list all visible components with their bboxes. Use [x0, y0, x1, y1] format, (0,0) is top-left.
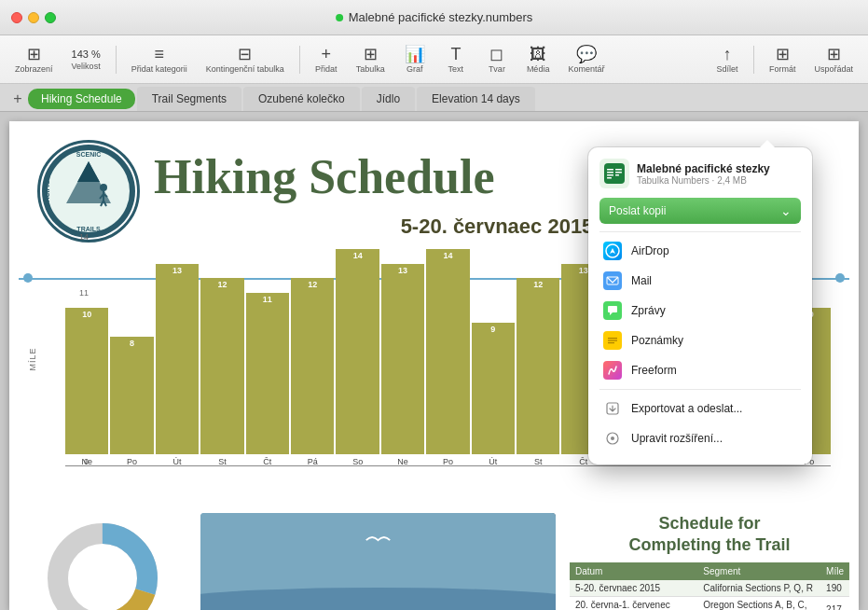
- bar-label-5: Pá: [308, 457, 318, 466]
- schedule-row-0: 5-20. červnaec 2015California Sections P…: [570, 580, 849, 597]
- sheet-tabs: + Hiking Schedule Trail Segments Ozubené…: [0, 84, 868, 112]
- bar-value-6: 14: [353, 249, 363, 260]
- share-icon: ↑: [723, 46, 731, 62]
- bar-value-11: 13: [579, 264, 588, 275]
- bar-label-9: Út: [489, 457, 497, 466]
- schedule-cell-segment-0: California Sections P, Q, R: [697, 580, 820, 597]
- chart-bar-8: 14Po: [426, 233, 469, 466]
- bar-label-8: Po: [443, 457, 453, 466]
- titlebar: Malebné pacifické stezky.numbers: [0, 0, 868, 35]
- toolbar-divider-1: [116, 46, 117, 74]
- table-icon: ⊞: [364, 46, 378, 62]
- send-copy-button[interactable]: Poslat kopii ⌄: [599, 198, 801, 224]
- airdrop-icon: [603, 242, 622, 260]
- numbers-icon: [604, 163, 625, 184]
- bar-label-0: Ne: [81, 457, 92, 466]
- text-icon: T: [450, 46, 461, 62]
- toolbar-add-category[interactable]: ≡ Přidat kategorii: [124, 42, 195, 77]
- popover-divider-2: [599, 389, 801, 390]
- logo-circle: SCENIC TRAILS PACIFIC: [37, 140, 140, 243]
- toolbar-chart[interactable]: 📊 Graf: [396, 42, 434, 77]
- close-button[interactable]: [11, 12, 22, 23]
- svg-rect-38: [615, 174, 619, 176]
- toolbar-size[interactable]: 143 % Velikost: [64, 45, 108, 75]
- toolbar-add[interactable]: + Přidat: [308, 42, 345, 77]
- minimize-button[interactable]: [28, 12, 39, 23]
- share-item-export[interactable]: Exportovat a odeslat...: [599, 394, 801, 423]
- col-mile: Míle: [820, 562, 849, 580]
- chart-bar-9: 9Út: [472, 233, 515, 466]
- mail-icon: [603, 271, 622, 290]
- col-segment: Segment: [697, 562, 820, 580]
- share-item-messages[interactable]: Zprávy: [599, 296, 801, 326]
- window-title: Malebné pacifické stezky.numbers: [349, 10, 533, 24]
- toolbar-table[interactable]: ⊞ Tabulka: [349, 42, 393, 77]
- format-icon: ⊞: [776, 46, 790, 62]
- schedule-section: Schedule for Completing the Trail Datum …: [560, 508, 859, 610]
- tab-elevation[interactable]: Elevation 14 days: [417, 87, 535, 111]
- logo-area: SCENIC TRAILS PACIFIC: [37, 140, 140, 243]
- share-item-manage[interactable]: Upravit rozšíření...: [599, 423, 801, 453]
- toolbar-arrange[interactable]: ⊞ Uspořádat: [806, 42, 861, 77]
- toolbar-view-controls: ⊞ Zobrazení 143 % Velikost: [7, 42, 108, 77]
- svg-rect-44: [608, 338, 617, 339]
- photo-svg: [200, 513, 556, 610]
- bar-value-8: 14: [443, 249, 452, 260]
- svg-rect-33: [607, 172, 613, 173]
- window-controls[interactable]: [11, 12, 56, 23]
- bar-label-7: Ne: [397, 457, 408, 466]
- sheet-title: Hiking Schedule: [154, 149, 495, 204]
- toolbar-pivot[interactable]: ⊟ Kontingenční tabulka: [199, 42, 292, 77]
- popover-file-info: Malebné pacifické stezky Tabulka Numbers…: [637, 162, 770, 186]
- view-icon: ⊞: [27, 46, 41, 62]
- add-sheet-button[interactable]: +: [7, 89, 28, 109]
- tab-trail-segments[interactable]: Trail Segments: [137, 87, 241, 111]
- chart-bar-1: 8Po: [110, 233, 153, 466]
- dropdown-arrow-icon: ⌄: [780, 203, 792, 218]
- svg-text:PACIFIC: PACIFIC: [44, 180, 50, 205]
- chart-bar-3: 12St: [200, 233, 243, 466]
- tab-ozubene[interactable]: Ozubené kolečko: [243, 87, 360, 111]
- toolbar-media[interactable]: 🖼 Média: [519, 42, 558, 77]
- bar-label-11: Čt: [579, 457, 587, 466]
- pivot-icon: ⊟: [238, 46, 252, 62]
- donut-section: Percentage of Trail: [9, 508, 196, 610]
- svg-rect-35: [607, 177, 612, 179]
- svg-rect-37: [615, 172, 622, 173]
- share-item-notes[interactable]: Poznámky: [599, 326, 801, 355]
- freeform-icon: [603, 361, 622, 380]
- chart-bar-10: 12St: [517, 233, 559, 466]
- toolbar: ⊞ Zobrazení 143 % Velikost ≡ Přidat kate…: [0, 35, 868, 84]
- shape-icon: ◻: [489, 46, 503, 62]
- tab-jidlo[interactable]: Jídlo: [362, 87, 415, 111]
- toolbar-share[interactable]: ↑ Sdílet: [709, 42, 746, 77]
- svg-point-50: [611, 437, 614, 440]
- tab-hiking-schedule[interactable]: Hiking Schedule: [28, 89, 135, 109]
- svg-rect-45: [608, 340, 617, 341]
- window-title-area: Malebné pacifické stezky.numbers: [336, 10, 533, 24]
- title-dot-icon: [336, 14, 343, 21]
- toolbar-view[interactable]: ⊞ Zobrazení: [7, 42, 61, 77]
- popover-file-icon: [599, 159, 629, 188]
- toolbar-format[interactable]: ⊞ Formát: [762, 42, 804, 77]
- share-item-airdrop[interactable]: AirDrop: [599, 236, 801, 266]
- popover-header: Malebné pacifické stezky Tabulka Numbers…: [599, 159, 801, 188]
- share-item-freeform[interactable]: Freeform: [599, 355, 801, 385]
- bar-value-1: 8: [130, 337, 134, 348]
- chart-bar-5: 12Pá: [291, 233, 334, 466]
- bar-label-1: Po: [127, 457, 137, 466]
- share-item-mail[interactable]: Mail: [599, 266, 801, 296]
- photo-section: [196, 508, 560, 610]
- toolbar-text[interactable]: T Text: [437, 42, 475, 77]
- comment-icon: 💬: [576, 46, 597, 62]
- toolbar-shape[interactable]: ◻ Tvar: [478, 42, 516, 77]
- export-icon: [603, 399, 622, 418]
- schedule-cell-datum-1: 20. června-1. červenec 2016: [570, 596, 697, 610]
- fullscreen-button[interactable]: [45, 12, 56, 23]
- svg-rect-32: [607, 169, 613, 171]
- manage-extensions-icon: [603, 429, 622, 448]
- svg-text:SCENIC: SCENIC: [76, 151, 101, 158]
- schedule-cell-datum-0: 5-20. červnaec 2015: [570, 580, 697, 597]
- toolbar-comment[interactable]: 💬 Komentář: [560, 42, 612, 77]
- add-category-icon: ≡: [154, 46, 164, 62]
